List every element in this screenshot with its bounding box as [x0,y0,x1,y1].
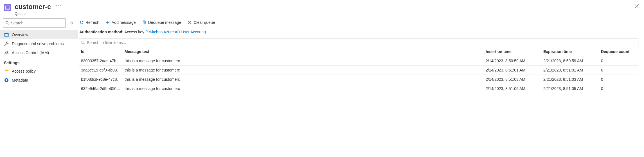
cell-expiration: 2/21/2023, 8:51:05 AM [543,86,601,91]
cell-id: 3aa6cc15-c5f0-4b93… [81,68,125,72]
svg-rect-12 [8,70,8,71]
table-row[interactable]: 632e946a-2d5f-40f0… this is a message fo… [79,84,638,93]
search-icon [81,41,85,45]
sidebar-item-label: Diagnose and solve problems [12,41,64,46]
table-header-row: Id Message text Insertion time Expiratio… [79,47,638,56]
cell-dequeue: 0 [601,77,636,82]
sidebar-search[interactable] [3,19,66,27]
refresh-icon [79,20,84,25]
page-title: customer-c [15,3,51,11]
sidebar-item-label: Overview [12,33,28,37]
overview-icon [4,33,9,37]
cell-expiration: 2/21/2023, 8:50:59 AM [543,59,601,63]
col-header-expiration[interactable]: Expiration time [543,49,601,54]
svg-line-17 [84,43,85,44]
cell-expiration: 2/21/2023, 8:51:01 AM [543,68,601,72]
sidebar-item-access-policy[interactable]: Access policy [0,67,78,76]
svg-point-4 [6,21,8,24]
toolbar-label: Dequeue message [148,20,181,25]
svg-point-8 [5,51,6,52]
toolbar-label: Add message [112,20,136,25]
people-icon [4,50,9,55]
info-icon [4,78,9,82]
refresh-button[interactable]: Refresh [79,20,99,25]
col-header-insertion[interactable]: Insertion time [486,49,543,54]
toolbar-label: Clear queue [193,20,215,25]
add-message-button[interactable]: Add message [105,20,136,25]
col-header-message[interactable]: Message text [125,49,486,54]
cell-id: 632e946a-2d5f-40f0… [81,86,125,91]
sidebar-search-input[interactable] [11,21,63,25]
cell-message: this is a message for customerc [125,59,486,63]
sidebar-item-overview[interactable]: Overview [0,30,78,39]
cell-expiration: 2/21/2023, 8:51:03 AM [543,77,601,82]
search-icon [5,21,9,25]
cell-insertion: 2/14/2023, 8:50:59 AM [486,59,543,63]
more-button[interactable]: ··· [55,3,61,8]
svg-rect-15 [6,79,7,80]
x-icon [187,20,192,25]
trash-icon [142,20,147,25]
sidebar-item-label: Access policy [12,69,36,73]
svg-rect-2 [6,7,10,8]
queue-icon [4,4,11,11]
svg-rect-7 [4,33,8,34]
cell-insertion: 2/14/2023, 8:51:03 AM [486,77,543,82]
auth-value: Access key [124,30,144,34]
cell-insertion: 2/14/2023, 8:51:05 AM [486,86,543,91]
auth-switch-link[interactable]: (Switch to Azure AD User Account) [145,30,206,34]
collapse-sidebar-button[interactable] [68,19,75,27]
cell-dequeue: 0 [601,86,636,91]
cell-message: this is a message for customerc [125,86,486,91]
cell-insertion: 2/14/2023, 8:51:01 AM [486,68,543,72]
cell-message: this is a message for customerc [125,68,486,72]
cell-dequeue: 0 [601,59,636,63]
clear-queue-button[interactable]: Clear queue [187,20,215,25]
table-row[interactable]: 83003357-2aac-47b… this is a message for… [79,56,638,66]
cell-message: this is a message for customerc [125,77,486,82]
sidebar-item-access-control[interactable]: Access Control (IAM) [0,48,78,57]
sidebar-item-diagnose[interactable]: Diagnose and solve problems [0,39,78,48]
cell-dequeue: 0 [601,68,636,72]
svg-rect-14 [6,80,7,81]
cell-id: 83003357-2aac-47b… [81,59,125,63]
auth-label: Authentication method: [79,30,123,34]
sidebar-item-label: Access Control (IAM) [12,50,49,55]
svg-rect-1 [6,6,10,7]
table-row[interactable]: b1f08dcd-9c8e-47c8… this is a message fo… [79,75,638,84]
sidebar-item-label: Metadata [12,78,28,82]
sidebar-item-metadata[interactable]: Metadata [0,76,78,85]
cell-id: b1f08dcd-9c8e-47c8… [81,77,125,82]
sidebar-group-settings: Settings [0,57,78,67]
page-subtitle: Queue [15,11,630,16]
table-row[interactable]: 3aa6cc15-c5f0-4b93… this is a message fo… [79,66,638,75]
filter-input[interactable] [87,40,636,45]
toolbar-label: Refresh [85,20,99,25]
col-header-dequeue[interactable]: Dequeue count [601,49,636,54]
dequeue-message-button[interactable]: Dequeue message [142,20,181,25]
wrench-icon [4,41,9,46]
svg-point-16 [82,41,84,43]
filter-search[interactable] [79,38,638,47]
close-button[interactable] [633,3,640,10]
svg-point-9 [7,51,8,52]
plus-icon [105,20,110,25]
svg-rect-3 [6,8,10,9]
svg-line-5 [8,24,9,25]
col-header-id[interactable]: Id [81,49,125,54]
key-icon [4,69,9,73]
